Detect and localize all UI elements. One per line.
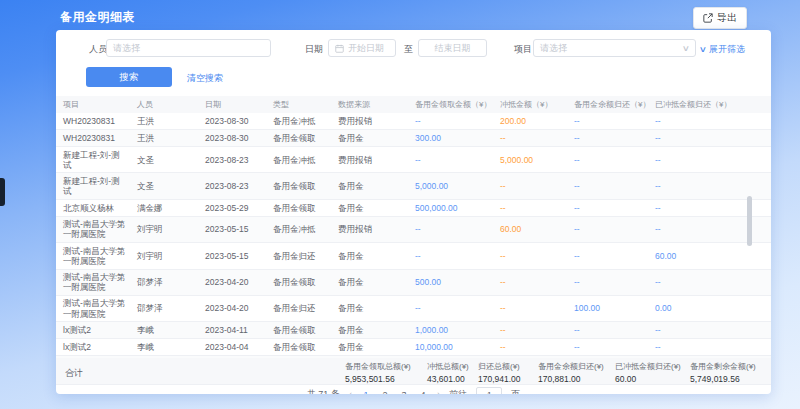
cell-offset_return: -- (648, 130, 771, 145)
summary-stat-label: 冲抵总额(¥) (427, 361, 469, 372)
summary-stat: 冲抵总额(¥)43,601.00 (427, 361, 469, 384)
table-row[interactable]: 测试-南昌大学第一附属医院邵梦泽2023-04-20备用金归还备用金----10… (56, 296, 771, 322)
cell-balance_return: -- (567, 130, 648, 145)
table-header-row: 项目人员日期类型数据来源备用金领取金额（¥）冲抵金额（¥）备用金余额归还（¥）已… (56, 96, 771, 113)
goto-page-suffix: 页 (511, 388, 520, 394)
summary-stat-label: 已冲抵金额归还(¥) (615, 361, 681, 372)
content-card: 人员 请选择 日期 开始日期 至 结束日期 项目 请选择 ∨ ∨ 展开筛选 搜索… (56, 30, 771, 394)
cell-date: 2023-05-15 (198, 222, 266, 237)
cell-offset_return: 0.00 (648, 301, 771, 316)
cell-offset_return: -- (648, 152, 771, 167)
cell-person: 邵梦泽 (130, 301, 198, 316)
cell-person: 李峨 (130, 323, 198, 338)
cell-person: 王洪 (130, 130, 198, 145)
cell-offset: -- (493, 323, 567, 338)
clear-search-link[interactable]: 清空搜索 (187, 72, 223, 85)
column-header: 数据来源 (331, 99, 408, 110)
cell-offset_return: -- (648, 113, 771, 128)
summary-stat-value: 60.00 (615, 374, 681, 384)
cell-received: 500,000.00 (408, 200, 493, 215)
project-filter-label: 项目 (514, 43, 532, 56)
vertical-scrollbar[interactable] (747, 196, 752, 246)
page-number-4[interactable]: 4 (418, 390, 428, 395)
date-start-input[interactable]: 开始日期 (328, 39, 396, 57)
table-row[interactable]: WH20230831王洪2023-08-30备用金领取备用金300.00----… (56, 130, 771, 147)
search-button[interactable]: 搜索 (86, 67, 172, 87)
cell-balance_return: 100.00 (567, 301, 648, 316)
date-end-input[interactable]: 结束日期 (418, 39, 487, 57)
cell-received: -- (408, 248, 493, 263)
table-row[interactable]: 北京顺义杨林满金娜2023-05-29备用金领取备用金500,000.00---… (56, 200, 771, 217)
cell-received: 1,000.00 (408, 323, 493, 338)
summary-stat-value: 5,749,019.56 (690, 374, 756, 384)
table-row[interactable]: WH20230831王洪2023-08-30备用金冲抵费用报销--200.00-… (56, 113, 771, 130)
cell-balance_return: -- (567, 340, 648, 355)
cell-date: 2023-05-15 (198, 248, 266, 263)
cell-received: -- (408, 222, 493, 237)
cell-received: 500.00 (408, 275, 493, 290)
goto-page-input[interactable] (476, 387, 502, 394)
cell-offset: -- (493, 130, 567, 145)
expand-filter-link[interactable]: ∨ 展开筛选 (700, 43, 745, 56)
table-row[interactable]: 新建工程-刘-测试文圣2023-08-23备用金领取备用金5,000.00---… (56, 173, 771, 199)
summary-row: 合计 备用金领取总额(¥)5,953,501.56冲抵总额(¥)43,601.0… (56, 358, 771, 385)
cell-type: 备用金冲抵 (266, 152, 331, 167)
cell-received: 10,000.00 (408, 340, 493, 355)
cell-balance_return: -- (567, 113, 648, 128)
export-button[interactable]: 导出 (693, 7, 747, 29)
cell-source: 备用金 (331, 301, 408, 316)
column-header: 人员 (130, 99, 198, 110)
date-start-placeholder: 开始日期 (348, 42, 384, 55)
cell-received: -- (408, 152, 493, 167)
cell-project: 北京顺义杨林 (56, 200, 130, 215)
column-header: 备用金余额归还（¥） (567, 99, 648, 110)
cell-project: 测试-南昌大学第一附属医院 (56, 217, 130, 242)
column-header: 冲抵金额（¥） (493, 99, 567, 110)
cell-type: 备用金归还 (266, 248, 331, 263)
cell-offset_return: -- (648, 178, 771, 193)
petty-cash-table: 项目人员日期类型数据来源备用金领取金额（¥）冲抵金额（¥）备用金余额归还（¥）已… (56, 96, 771, 358)
cell-date: 2023-08-23 (198, 178, 266, 193)
table-row[interactable]: 新建工程-刘-测试文圣2023-08-23备用金冲抵费用报销--5,000.00… (56, 147, 771, 173)
cell-balance_return: -- (567, 248, 648, 263)
summary-total-label: 合计 (65, 367, 83, 380)
cell-balance_return: -- (567, 152, 648, 167)
cell-person: 满金娜 (130, 200, 198, 215)
page-number-3[interactable]: 3 (399, 390, 409, 395)
page-number-2[interactable]: 2 (380, 390, 390, 395)
summary-stat-label: 备用金领取总额(¥) (345, 361, 411, 372)
table-row[interactable]: 测试-南昌大学第一附属医院刘宇明2023-05-15备用金冲抵费用报销--60.… (56, 217, 771, 243)
cell-person: 刘宇明 (130, 222, 198, 237)
table-row[interactable]: 测试-南昌大学第一附属医院邵梦泽2023-04-20备用金领取备用金500.00… (56, 270, 771, 296)
cell-date: 2023-04-11 (198, 323, 266, 338)
cell-type: 备用金领取 (266, 275, 331, 290)
summary-stat-label: 备用金余额归还(¥) (538, 361, 604, 372)
table-row[interactable]: lx测试2李峨2023-04-11备用金领取备用金1,000.00------ (56, 322, 771, 339)
prev-page-button[interactable]: ‹ (349, 389, 352, 394)
cell-type: 备用金领取 (266, 130, 331, 145)
expand-filter-label: 展开筛选 (709, 43, 745, 56)
summary-stat-label: 备用金剩余金额(¥) (690, 361, 756, 372)
cell-balance_return: -- (567, 275, 648, 290)
cell-balance_return: -- (567, 222, 648, 237)
cell-project: WH20230831 (56, 113, 130, 128)
table-row[interactable]: 测试-南昌大学第一附属医院刘宇明2023-05-15备用金归还备用金------… (56, 243, 771, 269)
cell-received: -- (408, 301, 493, 316)
page-number-1[interactable]: 1 (361, 390, 371, 395)
project-select[interactable]: 请选择 ∨ (533, 39, 696, 57)
cell-person: 文圣 (130, 178, 198, 193)
cell-source: 备用金 (331, 178, 408, 193)
next-page-button[interactable]: › (437, 389, 440, 394)
cell-source: 费用报销 (331, 222, 408, 237)
cell-date: 2023-08-23 (198, 152, 266, 167)
table-row[interactable]: lx测试2李峨2023-04-04备用金领取备用金10,000.00------ (56, 339, 771, 356)
sidebar-collapse-handle[interactable] (0, 178, 5, 206)
chevron-down-icon: ∨ (699, 45, 707, 54)
pagination: 共 71 条 ‹ 1234 › 前往 页 (56, 385, 771, 394)
cell-project: 测试-南昌大学第一附属医院 (56, 296, 130, 321)
summary-stat: 备用金领取总额(¥)5,953,501.56 (345, 361, 411, 384)
cell-project: 测试-南昌大学第一附属医院 (56, 243, 130, 268)
goto-page-label: 前往 (449, 388, 467, 394)
cell-person: 刘宇明 (130, 248, 198, 263)
person-select[interactable]: 请选择 (106, 39, 271, 57)
